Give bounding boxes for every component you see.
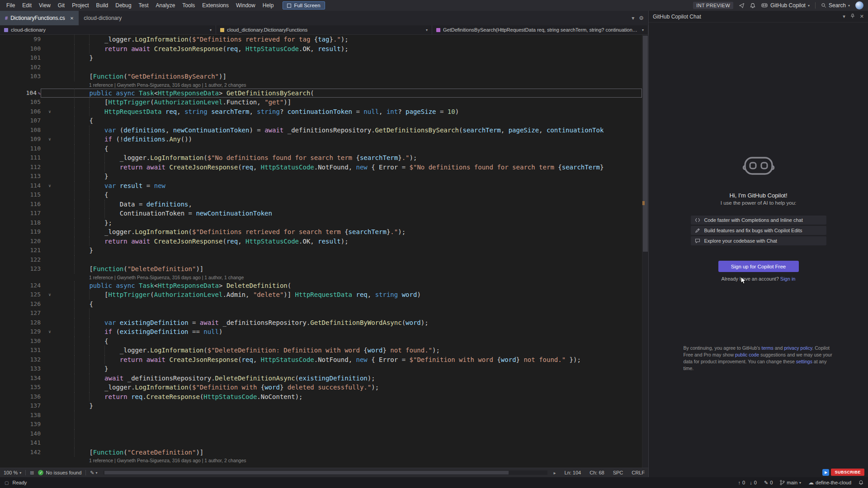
- line-number[interactable]: 109: [0, 135, 41, 144]
- code-line[interactable]: 106∨HttpRequestData req, string searchTe…: [0, 107, 642, 117]
- legal-link[interactable]: settings: [796, 359, 812, 364]
- line-number[interactable]: 99: [0, 35, 41, 44]
- line-number[interactable]: 135: [0, 383, 41, 392]
- line-number[interactable]: 116: [0, 200, 41, 209]
- code-line[interactable]: 108var (definitions, newContinuationToke…: [0, 126, 642, 135]
- line-number[interactable]: 124: [0, 281, 41, 291]
- chevron-down-icon[interactable]: ▾: [843, 14, 845, 19]
- code-line[interactable]: 114∨var result = new: [0, 181, 642, 191]
- breadcrumb-member[interactable]: GetDefinitionsBySearch(HttpRequestData r…: [432, 25, 648, 34]
- menu-item-analyze[interactable]: Analyze: [152, 0, 179, 11]
- close-icon[interactable]: ✕: [860, 14, 864, 19]
- code-line[interactable]: 124public async Task<HttpResponseData> D…: [0, 281, 642, 291]
- fold-chevron-icon[interactable]: ∨: [41, 135, 59, 144]
- vertical-scrollbar[interactable]: [642, 35, 648, 468]
- line-number[interactable]: 110: [0, 144, 41, 154]
- eol-indicator[interactable]: CRLF: [632, 470, 645, 475]
- code-line[interactable]: 119_logger.LogInformation($"Definitions …: [0, 227, 642, 237]
- scrollbar-thumb[interactable]: [643, 36, 648, 252]
- code-line[interactable]: 101}: [0, 53, 642, 63]
- code-line[interactable]: 135_logger.LogInformation($"Definition w…: [0, 383, 642, 392]
- horizontal-scrollbar[interactable]: [104, 470, 548, 475]
- code-line[interactable]: 131_logger.LogInformation($"DeleteDefini…: [0, 346, 642, 355]
- scroll-right-icon[interactable]: ▸: [553, 470, 556, 475]
- menu-item-window[interactable]: Window: [232, 0, 259, 11]
- line-number[interactable]: 102: [0, 63, 41, 72]
- code-line[interactable]: 136return req.CreateResponse(HttpStatusC…: [0, 392, 642, 402]
- scrollbar-thumb[interactable]: [104, 471, 509, 474]
- code-line[interactable]: 112return await CreateJsonResponse(req, …: [0, 163, 642, 172]
- code-line[interactable]: 116Data = definitions,: [0, 200, 642, 209]
- notifications-bell[interactable]: [859, 480, 863, 485]
- line-number[interactable]: 118: [0, 218, 41, 228]
- line-number[interactable]: 134: [0, 374, 41, 383]
- tab-cloud-dictionary[interactable]: cloud-dictionary: [79, 11, 127, 25]
- line-number[interactable]: 131: [0, 346, 41, 355]
- code-line[interactable]: 140: [0, 429, 642, 439]
- edit-mode-icon[interactable]: ✎▾: [90, 470, 97, 476]
- code-line[interactable]: 132return await CreateJsonResponse(req, …: [0, 355, 642, 365]
- line-number[interactable]: 104✎: [0, 89, 41, 98]
- code-line[interactable]: 139: [0, 420, 642, 429]
- pin-icon[interactable]: [850, 14, 855, 19]
- line-number[interactable]: 129: [0, 327, 41, 337]
- code-line[interactable]: 105[HttpTrigger(AuthorizationLevel.Funct…: [0, 98, 642, 107]
- code-line[interactable]: 125∨[HttpTrigger(AuthorizationLevel.Admi…: [0, 290, 642, 300]
- code-line[interactable]: 117ContinuationToken = newContinuationTo…: [0, 209, 642, 218]
- codelens[interactable]: 1 reference | Gwyneth Pena-Siguenza, 316…: [0, 457, 642, 464]
- line-number[interactable]: 119: [0, 227, 41, 237]
- code-line[interactable]: 100return await CreateJsonResponse(req, …: [0, 44, 642, 54]
- pending-edits[interactable]: ✎ 0: [764, 480, 773, 486]
- chevron-down-icon[interactable]: ▾: [632, 15, 634, 21]
- background-tasks-icon[interactable]: ▢: [5, 480, 9, 485]
- line-number[interactable]: 138: [0, 411, 41, 420]
- menu-item-tools[interactable]: Tools: [179, 0, 198, 11]
- menu-item-edit[interactable]: Edit: [19, 0, 35, 11]
- tab-DictionaryFunctions.cs[interactable]: #DictionaryFunctions.cs✕: [0, 11, 79, 25]
- settings-gear-icon[interactable]: ⚙: [639, 15, 644, 21]
- code-line[interactable]: 111_logger.LogInformation($"No definitio…: [0, 153, 642, 163]
- avatar[interactable]: [855, 1, 863, 9]
- signup-copilot-free-button[interactable]: Sign up for Copilot Free: [718, 261, 799, 272]
- line-number[interactable]: 137: [0, 401, 41, 411]
- issues-indicator[interactable]: ✓ No issues found: [38, 470, 81, 475]
- codelens[interactable]: 1 reference | Gwyneth Pena-Siguenza, 316…: [0, 274, 642, 281]
- menu-item-debug[interactable]: Debug: [112, 0, 135, 11]
- code-line[interactable]: 99_logger.LogInformation($"Definitions r…: [0, 35, 642, 44]
- code-line[interactable]: 134await _definitionsRepository.DeleteDe…: [0, 374, 642, 383]
- code-editor[interactable]: 99_logger.LogInformation($"Definitions r…: [0, 35, 648, 468]
- line-number[interactable]: 139: [0, 420, 41, 429]
- menu-item-help[interactable]: Help: [259, 0, 278, 11]
- line-number[interactable]: 111: [0, 153, 41, 163]
- github-copilot-menu[interactable]: GitHub Copilot ▾: [761, 2, 810, 9]
- code-line[interactable]: 115{: [0, 190, 642, 200]
- line-number[interactable]: 117: [0, 209, 41, 218]
- line-number[interactable]: 128: [0, 318, 41, 328]
- fold-chevron-icon[interactable]: ∨: [41, 290, 59, 300]
- subscribe-overlay[interactable]: ▶ SUBSCRIBE: [822, 469, 864, 476]
- menu-item-file[interactable]: File: [3, 0, 19, 11]
- line-number[interactable]: 130: [0, 337, 41, 346]
- code-line[interactable]: 110{: [0, 144, 642, 154]
- line-number[interactable]: 115: [0, 190, 41, 200]
- send-feedback-icon[interactable]: [739, 3, 745, 9]
- code-line[interactable]: 138: [0, 411, 642, 420]
- code-line[interactable]: 127: [0, 309, 642, 318]
- code-line[interactable]: 120return await CreateJsonResponse(req, …: [0, 237, 642, 246]
- menu-item-test[interactable]: Test: [135, 0, 152, 11]
- line-number[interactable]: 108: [0, 126, 41, 135]
- line-number[interactable]: 142: [0, 448, 41, 457]
- zoom-control[interactable]: 100 % ▾: [4, 470, 21, 475]
- code-line[interactable]: 128var existingDefinition = await _defin…: [0, 318, 642, 328]
- legal-link[interactable]: privacy policy: [784, 345, 812, 351]
- code-line[interactable]: 122: [0, 255, 642, 265]
- fold-chevron-icon[interactable]: ∨: [41, 107, 59, 117]
- line-number[interactable]: 101: [0, 53, 41, 63]
- code-line[interactable]: 121}: [0, 246, 642, 255]
- search-control[interactable]: Search ▾: [821, 2, 850, 9]
- git-repo[interactable]: ☁ define-the-cloud: [808, 479, 851, 486]
- code-line[interactable]: 118};: [0, 218, 642, 228]
- code-line[interactable]: 137}: [0, 401, 642, 411]
- code-line[interactable]: 102: [0, 63, 642, 72]
- code-line[interactable]: 107{: [0, 116, 642, 126]
